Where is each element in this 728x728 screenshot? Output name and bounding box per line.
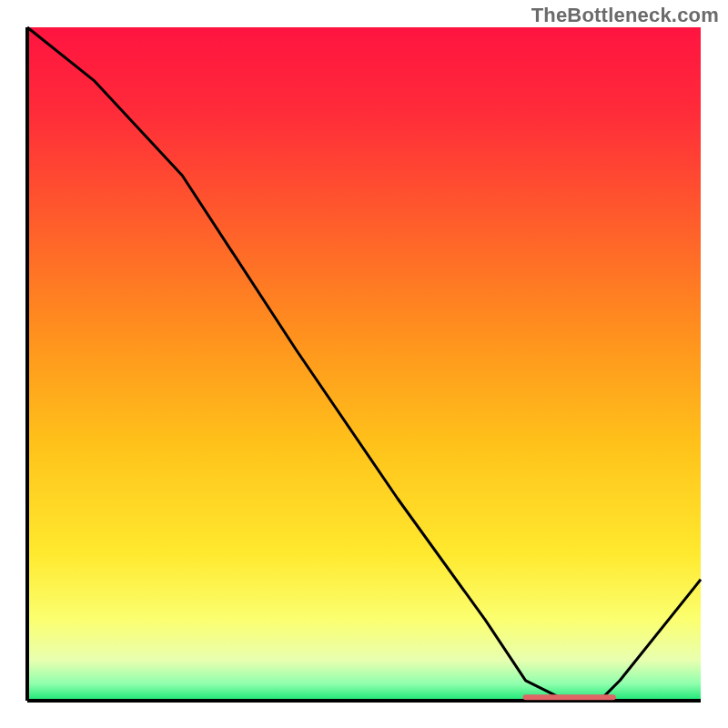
plot-background xyxy=(27,27,701,701)
chart-container: TheBottleneck.com xyxy=(0,0,728,728)
watermark-text: TheBottleneck.com xyxy=(531,4,719,27)
bottleneck-chart xyxy=(0,0,728,728)
